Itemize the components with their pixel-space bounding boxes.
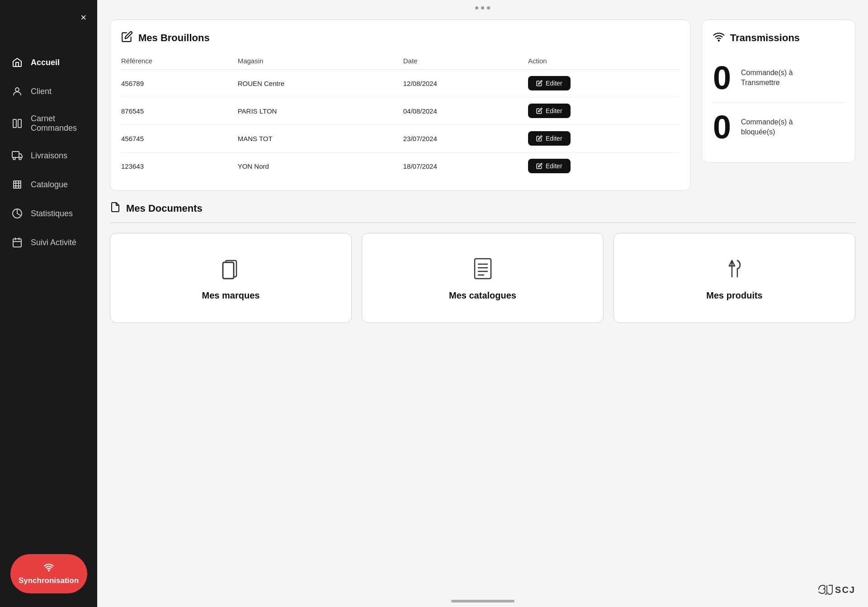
svg-rect-8	[13, 239, 21, 247]
transmission-count: 0	[713, 62, 731, 94]
scj-text: SCJ	[835, 585, 855, 595]
table-row: 123643YON Nord18/07/2024Editer	[121, 152, 679, 180]
cell-date: 12/08/2024	[403, 70, 528, 97]
col-date: Date	[403, 53, 528, 70]
sidebar-item-label: Accueil	[31, 58, 60, 67]
doc-cards: Mes marques Mes catalogues	[110, 233, 855, 323]
section-divider	[110, 223, 855, 223]
sync-icon	[44, 562, 54, 574]
scroll-indicator	[451, 600, 514, 602]
catalogues-label: Mes catalogues	[449, 290, 516, 301]
catalogues-icon	[469, 255, 496, 282]
close-button[interactable]: ×	[80, 13, 86, 23]
home-icon	[11, 56, 24, 69]
produits-label: Mes produits	[706, 290, 762, 301]
cell-reference: 123643	[121, 152, 238, 180]
sidebar-item-carnet-commandes[interactable]: CarnetCommandes	[0, 108, 97, 139]
cell-magasin: MANS TOT	[238, 125, 403, 152]
sidebar-item-suivi-activite[interactable]: Suivi Activité	[0, 230, 97, 255]
col-action: Action	[528, 53, 679, 70]
brouillons-table: Référence Magasin Date Action 456789ROUE…	[121, 53, 679, 180]
svg-point-4	[13, 157, 15, 160]
doc-card-catalogues[interactable]: Mes catalogues	[362, 233, 604, 323]
col-magasin: Magasin	[238, 53, 403, 70]
cell-date: 04/08/2024	[403, 97, 528, 125]
svg-point-13	[718, 40, 719, 41]
dot-2	[481, 6, 484, 9]
transmission-label: Commande(s) àTransmettre	[741, 68, 793, 88]
main-content: Mes Brouillons Référence Magasin Date Ac…	[97, 0, 868, 607]
sidebar-item-accueil[interactable]: Accueil	[0, 50, 97, 75]
scj-logo: SCJ	[817, 583, 855, 596]
brouillons-title-text: Mes Brouillons	[138, 32, 210, 44]
calendar-icon	[11, 236, 24, 249]
svg-rect-2	[18, 119, 21, 128]
brouillons-card: Mes Brouillons Référence Magasin Date Ac…	[110, 19, 691, 191]
sidebar-item-statistiques[interactable]: Statistiques	[0, 201, 97, 226]
svg-point-12	[48, 570, 49, 571]
sync-button[interactable]: Synchronisation	[10, 554, 87, 593]
svg-point-0	[15, 88, 19, 91]
book-icon	[11, 117, 24, 130]
table-row: 456789ROUEN Centre12/08/2024Editer	[121, 70, 679, 97]
dot-1	[475, 6, 478, 9]
table-row: 876545PARIS LTON04/08/2024Editer	[121, 97, 679, 125]
transmission-label: Commande(s) àbloquée(s)	[741, 117, 793, 138]
cell-action: Editer	[528, 70, 679, 97]
sync-label: Synchronisation	[19, 576, 79, 585]
svg-point-5	[19, 157, 21, 160]
transmission-row: 0Commande(s) àTransmettre	[713, 53, 844, 102]
doc-card-marques[interactable]: Mes marques	[110, 233, 352, 323]
transmissions-title-text: Transmissions	[730, 32, 800, 44]
sidebar-item-livraisons[interactable]: Livraisons	[0, 143, 97, 168]
transmissions-icon	[713, 31, 725, 45]
edit-button[interactable]: Editer	[528, 131, 571, 146]
top-row: Mes Brouillons Référence Magasin Date Ac…	[110, 19, 855, 191]
marques-icon	[217, 255, 245, 282]
edit-button[interactable]: Editer	[528, 159, 571, 173]
cell-magasin: PARIS LTON	[238, 97, 403, 125]
cell-magasin: ROUEN Centre	[238, 70, 403, 97]
sidebar-item-client[interactable]: Client	[0, 79, 97, 104]
documents-title-text: Mes Documents	[126, 203, 203, 214]
sidebar-item-label: Catalogue	[31, 180, 68, 190]
cell-date: 18/07/2024	[403, 152, 528, 180]
cell-action: Editer	[528, 97, 679, 125]
svg-rect-17	[475, 259, 491, 279]
cell-reference: 876545	[121, 97, 238, 125]
brouillons-icon	[121, 31, 133, 45]
produits-icon	[721, 255, 748, 282]
col-reference: Référence	[121, 53, 238, 70]
document-icon	[110, 202, 121, 215]
cell-magasin: YON Nord	[238, 152, 403, 180]
transmission-row: 0Commande(s) àbloquée(s)	[713, 102, 844, 152]
cell-action: Editer	[528, 125, 679, 152]
brouillons-title: Mes Brouillons	[121, 31, 679, 45]
svg-rect-15	[223, 262, 234, 279]
sidebar-item-label: Client	[31, 87, 52, 96]
cell-reference: 456745	[121, 125, 238, 152]
sidebar-item-label: Livraisons	[31, 151, 67, 161]
sidebar-item-catalogue[interactable]: Catalogue	[0, 172, 97, 197]
cell-action: Editer	[528, 152, 679, 180]
doc-card-produits[interactable]: Mes produits	[613, 233, 855, 323]
dot-3	[487, 6, 490, 9]
catalogue-icon	[11, 178, 24, 191]
chart-icon	[11, 207, 24, 220]
documents-section: Mes Documents Mes marques	[110, 202, 855, 586]
svg-rect-6	[14, 181, 21, 188]
content-area: Mes Brouillons Référence Magasin Date Ac…	[97, 12, 868, 595]
sidebar-item-label: CarnetCommandes	[31, 114, 77, 133]
person-icon	[11, 85, 24, 98]
edit-button[interactable]: Editer	[528, 104, 571, 118]
sidebar-item-label: Suivi Activité	[31, 238, 76, 247]
transmissions-title: Transmissions	[713, 31, 844, 45]
table-row: 456745MANS TOT23/07/2024Editer	[121, 125, 679, 152]
svg-rect-3	[12, 152, 19, 157]
edit-button[interactable]: Editer	[528, 76, 571, 90]
sidebar: × Accueil Client	[0, 0, 97, 607]
nav-menu: Accueil Client CarnetCommandes	[0, 50, 97, 255]
bottom-bar	[97, 595, 868, 607]
transmission-count: 0	[713, 111, 731, 143]
transmissions-card: Transmissions 0Commande(s) àTransmettre0…	[702, 19, 855, 163]
